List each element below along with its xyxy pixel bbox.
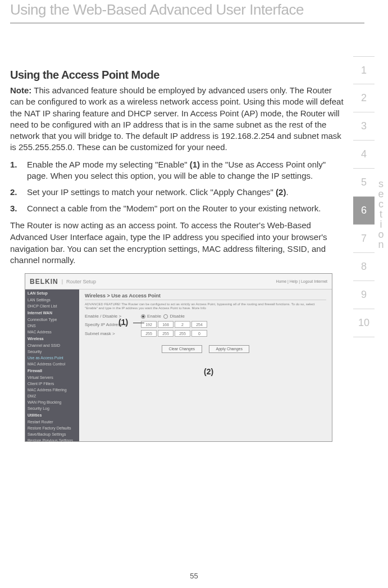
ss-side-head-lan: LAN Setup	[25, 290, 79, 297]
ss-side-item[interactable]: DNS	[25, 323, 79, 329]
section-nav-2[interactable]: 2	[353, 84, 375, 112]
ss-clear-changes-button[interactable]: Clear Changes	[162, 345, 202, 353]
ss-breadcrumb: Wireless > Use as Access Point	[85, 293, 326, 300]
ss-side-item[interactable]: Restore Previous Settings	[25, 437, 79, 442]
ss-sidebar: LAN Setup LAN Settings DHCP Client List …	[25, 290, 79, 441]
step-2: 2. Set your IP settings to match your ne…	[10, 187, 347, 198]
ss-radio-disable[interactable]	[163, 314, 168, 319]
ss-mask-octet-3[interactable]: 255	[175, 330, 190, 337]
ss-side-item[interactable]: MAC Address Filtering	[25, 387, 79, 393]
ss-side-item-active[interactable]: Use as Access Point	[25, 355, 79, 361]
main-content: Using the Access Point Mode Note: This a…	[10, 69, 347, 442]
ss-side-item[interactable]: DHCP Client List	[25, 303, 79, 309]
step-1: 1. Enable the AP mode my selecting "Enab…	[10, 159, 347, 182]
ss-mask-label: Subnet mask >	[85, 331, 141, 336]
note-paragraph: Note: This advanced feature should be em…	[10, 85, 347, 153]
ss-side-item[interactable]: DMZ	[25, 393, 79, 399]
embedded-screenshot: BELKIN | Router Setup Home | Help | Logo…	[25, 273, 332, 442]
section-nav: 1 2 3 4 5 6 7 8 9 10	[353, 56, 375, 337]
steps-list: 1. Enable the AP mode my selecting "Enab…	[10, 159, 347, 215]
ss-mask-octet-1[interactable]: 255	[141, 330, 157, 337]
ss-side-item[interactable]: Restart Router	[25, 419, 79, 425]
section-nav-3[interactable]: 3	[353, 112, 375, 141]
ss-brand-sub: Router Setup	[66, 279, 96, 284]
step-3-number: 3.	[10, 203, 17, 215]
ss-topbar: BELKIN | Router Setup Home | Help | Logo…	[25, 274, 332, 290]
ss-ip-octet-2[interactable]: 168	[158, 321, 174, 328]
section-nav-6[interactable]: 6	[353, 197, 375, 225]
step-1-pre: Enable the AP mode my selecting "Enable"	[27, 160, 190, 169]
ss-side-head-wireless: Wireless	[25, 335, 79, 342]
callout-1-line	[133, 323, 144, 323]
ss-mask-octet-2[interactable]: 255	[158, 330, 174, 337]
ss-advanced-warning: ADVANCED FEATURE! The Router can be conf…	[85, 302, 326, 310]
ss-enable-text: Enable	[147, 314, 161, 319]
section-nav-4[interactable]: 4	[353, 141, 375, 169]
ss-side-item[interactable]: Restore Factory Defaults	[25, 425, 79, 431]
ss-side-item[interactable]: Security	[25, 349, 79, 355]
section-nav-10[interactable]: 10	[353, 309, 375, 337]
section-vertical-label: section	[377, 179, 387, 250]
step-1-ref: (1)	[190, 160, 200, 169]
ss-side-item[interactable]: WAN Ping Blocking	[25, 399, 79, 405]
ss-side-head-wan: Internet WAN	[25, 309, 79, 316]
ss-apply-changes-button[interactable]: Apply Changes	[209, 345, 249, 353]
section-heading: Using the Access Point Mode	[10, 69, 347, 82]
callout-1: (1)	[118, 318, 128, 327]
ss-ip-octet-4[interactable]: 254	[191, 321, 207, 328]
ss-row-mask: Subnet mask > 255 255 255 0	[85, 330, 326, 337]
ss-side-item[interactable]: Save/Backup Settings	[25, 431, 79, 437]
section-nav-9[interactable]: 9	[353, 281, 375, 309]
step-3: 3. Connect a cable from the "Modem" port…	[10, 203, 347, 215]
ss-side-item[interactable]: Client IP Filters	[25, 381, 79, 387]
ss-side-item[interactable]: Virtual Servers	[25, 374, 79, 381]
ss-mask-octet-4[interactable]: 0	[191, 330, 207, 337]
ss-side-item[interactable]: Security Log	[25, 405, 79, 411]
closing-paragraph: The Router is now acting as an access po…	[10, 220, 347, 266]
ss-side-item[interactable]: MAC Address Control	[25, 361, 79, 367]
step-3-pre: Connect a cable from the "Modem" port on…	[27, 203, 321, 213]
callout-1-label: (1)	[118, 318, 128, 327]
ss-radio-enable[interactable]	[141, 314, 145, 319]
section-nav-8[interactable]: 8	[353, 253, 375, 281]
ss-ip-label: Specify IP Address >	[85, 322, 141, 327]
section-nav-7[interactable]: 7	[353, 225, 375, 253]
ss-side-head-utilities: Utilities	[25, 411, 79, 419]
page-header-title: Using the Web-Based Advanced User Interf…	[10, 0, 388, 19]
ss-side-item[interactable]: LAN Settings	[25, 297, 79, 303]
note-body: This advanced feature should be employed…	[10, 85, 344, 152]
ss-side-head-firewall: Firewall	[25, 367, 79, 374]
step-2-pre: Set your IP settings to match your netwo…	[27, 187, 276, 197]
callout-2: (2)	[204, 367, 213, 376]
step-2-number: 2.	[10, 187, 17, 198]
step-1-number: 1.	[10, 159, 17, 171]
section-nav-5[interactable]: 5	[353, 169, 375, 197]
ss-brand: BELKIN	[30, 278, 58, 286]
ss-side-item[interactable]: Connection Type	[25, 316, 79, 323]
ss-side-item[interactable]: Channel and SSID	[25, 342, 79, 349]
step-2-post: .	[286, 187, 288, 197]
ss-enable-label: Enable / Disable >	[85, 314, 141, 319]
ss-side-item[interactable]: MAC Address	[25, 329, 79, 335]
ss-ip-octet-3[interactable]: 2	[175, 321, 190, 328]
note-label: Note:	[10, 85, 31, 95]
header-divider	[10, 22, 364, 24]
ss-button-row: Clear Changes Apply Changes	[85, 342, 326, 353]
ss-disable-text: Disable	[170, 314, 185, 319]
step-2-ref: (2)	[276, 187, 286, 197]
section-nav-1[interactable]: 1	[353, 56, 375, 84]
ss-main-panel: Wireless > Use as Access Point ADVANCED …	[79, 290, 332, 441]
ss-brand-separator: |	[62, 279, 63, 284]
ss-top-links[interactable]: Home | Help | Logout Internet	[276, 279, 327, 283]
page-number: 55	[0, 572, 388, 580]
